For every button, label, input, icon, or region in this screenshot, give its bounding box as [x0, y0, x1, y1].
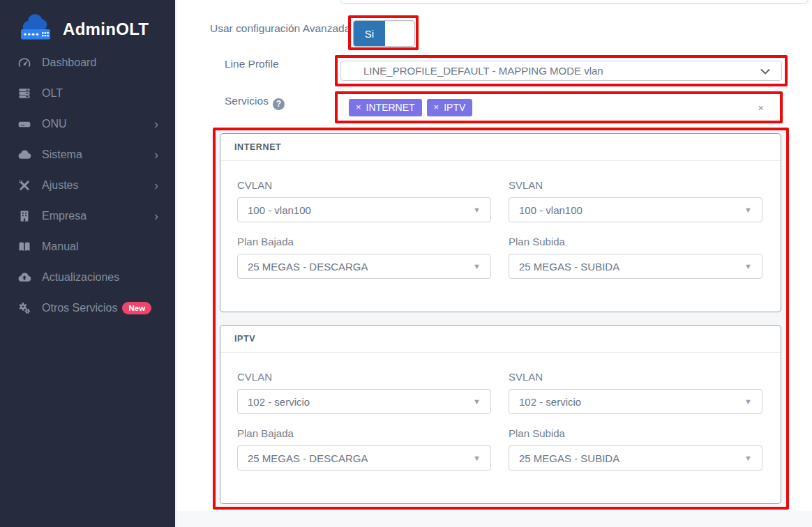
field-cvlan: CVLAN 100 - vlan100 ▼: [237, 179, 491, 222]
advanced-config-toggle[interactable]: Si: [353, 20, 415, 47]
sidebar-menu: Dashboard OLT ONU › Sistema: [0, 47, 175, 323]
annotation-box-toggle: Si: [348, 15, 419, 50]
sidebar-item-label: ONU: [42, 118, 154, 130]
svlan-select[interactable]: 100 - vlan100 ▼: [509, 197, 762, 222]
main-content: Usar configuración Avanzada Si Line Prof…: [175, 0, 812, 527]
server-stack-icon: [17, 86, 32, 101]
iptv-panel: IPTV CVLAN 102 - servicio ▼ SVLAN 102 - …: [220, 325, 781, 504]
field-label: Plan Subida: [509, 427, 762, 439]
field-svlan: SVLAN 100 - vlan100 ▼: [509, 179, 762, 222]
line-profile-value: LINE_PROFILE_DEFAULT - MAPPING MODE vlan: [363, 65, 603, 77]
sidebar-item-label: Otros Servicios: [42, 302, 117, 314]
field-label: SVLAN: [509, 179, 762, 191]
plan-subida-select[interactable]: 25 MEGAS - SUBIDA ▼: [509, 445, 762, 471]
cvlan-select[interactable]: 100 - vlan100 ▼: [237, 197, 491, 222]
field-label: Plan Subida: [509, 236, 762, 247]
sidebar-item-sistema[interactable]: Sistema ›: [0, 139, 175, 170]
panel-title: IPTV: [234, 334, 255, 344]
servicios-multiselect[interactable]: × INTERNET × IPTV ×: [338, 95, 779, 120]
plan-subida-select[interactable]: 25 MEGAS - SUBIDA ▼: [509, 254, 762, 279]
sidebar-item-label: Empresa: [42, 210, 154, 222]
clear-all-icon[interactable]: ×: [758, 102, 764, 114]
help-icon[interactable]: ?: [273, 98, 285, 110]
tag-iptv: × IPTV: [427, 99, 473, 116]
gears-icon: [17, 300, 32, 316]
new-badge: New: [122, 302, 151, 314]
panel-body: CVLAN 102 - servicio ▼ SVLAN 102 - servi…: [220, 353, 781, 471]
select-value: 102 - servicio: [519, 396, 581, 408]
caret-down-icon: ▼: [473, 206, 481, 214]
select-value: 25 MEGAS - SUBIDA: [519, 261, 619, 273]
internet-panel: INTERNET CVLAN 100 - vlan100 ▼ SVLAN 100…: [220, 133, 781, 312]
field-label: SVLAN: [509, 371, 762, 383]
annotation-box-panels: INTERNET CVLAN 100 - vlan100 ▼ SVLAN 100…: [213, 128, 789, 510]
gauge-icon: [17, 55, 32, 70]
chevron-down-icon: [760, 65, 770, 77]
panel-header: IPTV: [220, 326, 781, 353]
building-icon: [17, 208, 32, 224]
plan-bajada-select[interactable]: 25 MEGAS - DESCARGA ▼: [237, 445, 491, 471]
sidebar-item-actualizaciones[interactable]: Actualizaciones: [0, 262, 175, 293]
annotation-box-line-profile: LINE_PROFILE_DEFAULT - MAPPING MODE vlan: [335, 55, 788, 86]
app-title: AdminOLT: [63, 20, 149, 39]
sidebar-item-onu[interactable]: ONU ›: [0, 109, 175, 139]
sidebar-item-olt[interactable]: OLT: [0, 78, 175, 109]
tag-internet: × INTERNET: [349, 99, 422, 116]
svlan-select[interactable]: 102 - servicio ▼: [509, 389, 762, 414]
sidebar-item-label: Dashboard: [42, 56, 158, 69]
field-svlan: SVLAN 102 - servicio ▼: [509, 371, 762, 414]
field-label: Plan Bajada: [237, 427, 491, 439]
field-plan-bajada: Plan Bajada 25 MEGAS - DESCARGA ▼: [237, 427, 491, 471]
sidebar-item-label: Manual: [42, 240, 158, 253]
sidebar-item-empresa[interactable]: Empresa ›: [0, 201, 175, 231]
sidebar-item-label: OLT: [42, 87, 158, 100]
caret-down-icon: ▼: [744, 262, 752, 270]
remove-tag-icon[interactable]: ×: [434, 102, 439, 112]
top-input-partial[interactable]: [340, 0, 809, 4]
sidebar-item-otros-servicios[interactable]: Otros Servicios New: [0, 293, 175, 323]
sidebar-item-label: Sistema: [42, 148, 154, 161]
select-value: 25 MEGAS - DESCARGA: [248, 261, 368, 273]
caret-down-icon: ▼: [473, 454, 481, 462]
panel-title: INTERNET: [234, 142, 281, 152]
field-label: CVLAN: [237, 371, 491, 383]
panel-body: CVLAN 100 - vlan100 ▼ SVLAN 100 - vlan10…: [220, 161, 781, 279]
field-plan-subida: Plan Subida 25 MEGAS - SUBIDA ▼: [509, 236, 762, 279]
line-profile-select[interactable]: LINE_PROFILE_DEFAULT - MAPPING MODE vlan: [340, 61, 782, 81]
servicios-label-text: Servicios: [225, 95, 269, 107]
field-cvlan: CVLAN 102 - servicio ▼: [237, 371, 491, 414]
caret-down-icon: ▼: [744, 397, 752, 406]
chevron-right-icon: ›: [154, 179, 158, 192]
sidebar-item-label: Actualizaciones: [42, 271, 158, 284]
cloud-icon: [17, 147, 32, 162]
sidebar: AdminOLT Dashboard OLT ONU ›: [0, 0, 175, 527]
caret-down-icon: ▼: [744, 454, 752, 462]
plan-bajada-select[interactable]: 25 MEGAS - DESCARGA ▼: [237, 254, 491, 279]
sidebar-item-label: Ajustes: [42, 179, 154, 192]
chevron-right-icon: ›: [154, 148, 158, 161]
caret-down-icon: ▼: [744, 206, 752, 214]
bottom-background-strip: [176, 511, 812, 527]
remove-tag-icon[interactable]: ×: [356, 102, 361, 112]
annotation-box-servicios: × INTERNET × IPTV ×: [335, 91, 783, 123]
select-value: 25 MEGAS - DESCARGA: [248, 452, 368, 464]
toggle-on-label[interactable]: Si: [354, 21, 385, 46]
field-plan-subida: Plan Subida 25 MEGAS - SUBIDA ▼: [509, 427, 762, 471]
panel-header: INTERNET: [220, 134, 781, 161]
cvlan-select[interactable]: 102 - servicio ▼: [237, 389, 491, 414]
field-label: CVLAN: [237, 179, 491, 191]
field-label: Plan Bajada: [237, 236, 491, 247]
select-value: 100 - vlan100: [248, 204, 311, 216]
select-value: 25 MEGAS - SUBIDA: [519, 452, 619, 464]
field-plan-bajada: Plan Bajada 25 MEGAS - DESCARGA ▼: [237, 236, 491, 279]
sidebar-item-dashboard[interactable]: Dashboard: [0, 47, 175, 78]
router-icon: [17, 116, 32, 132]
chevron-right-icon: ›: [154, 210, 158, 222]
advanced-config-label: Usar configuración Avanzada: [210, 22, 350, 35]
servicios-label: Servicios?: [225, 95, 285, 110]
app-logo[interactable]: AdminOLT: [0, 0, 175, 54]
sidebar-item-ajustes[interactable]: Ajustes ›: [0, 170, 175, 201]
book-icon: [17, 239, 32, 254]
tag-label: IPTV: [444, 102, 465, 113]
sidebar-item-manual[interactable]: Manual: [0, 231, 175, 262]
